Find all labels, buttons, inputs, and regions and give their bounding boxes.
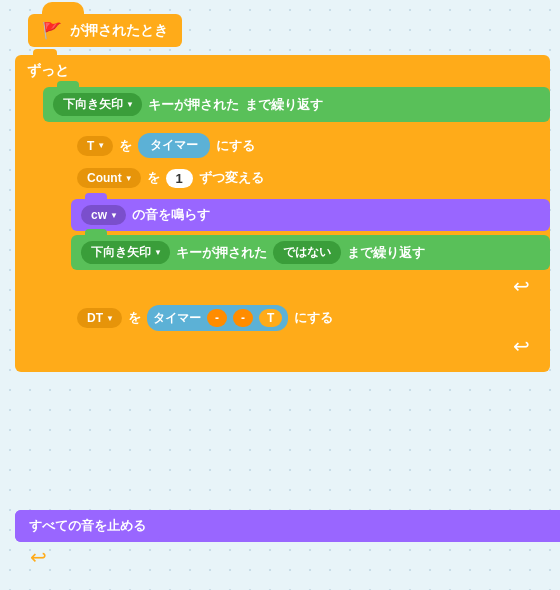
minus-op: - — [233, 309, 253, 327]
not-label: ではない — [273, 241, 341, 264]
hat-label: が押されたとき — [70, 22, 168, 40]
forever-container: ずっと 下向き矢印 ▼ キーが押された まで繰り返す T ▼ を — [15, 55, 550, 372]
stop-sounds-label-final: すべての音を止める — [29, 517, 146, 535]
stop-sounds-block-final: すべての音を止める — [15, 510, 160, 542]
forever-label: ずっと — [15, 55, 550, 87]
t-value: T — [259, 309, 282, 327]
condition-label-1: キーが押された — [148, 96, 239, 114]
sound-dropdown[interactable]: cw ▼ — [81, 205, 126, 225]
dt-var-dropdown[interactable]: DT ▼ — [77, 308, 122, 328]
timer-var-dropdown[interactable]: T ▼ — [77, 136, 113, 156]
loop-arrow-2: ↩ — [15, 334, 550, 358]
count-value-pill: 1 — [166, 169, 193, 188]
repeat-until-block-1: 下向き矢印 ▼ キーが押された まで繰り返す — [43, 87, 550, 122]
key-dropdown-1[interactable]: 下向き矢印 ▼ — [53, 93, 142, 116]
change-count-block: Count ▼ を 1 ずつ変える — [71, 165, 550, 191]
flag-icon: 🚩 — [42, 21, 62, 40]
loop-arrow-1: ↩ — [71, 274, 550, 298]
key-dropdown-2[interactable]: 下向き矢印 ▼ — [81, 241, 170, 264]
set-timer-block: T ▼ を タイマー にする — [71, 130, 550, 161]
count-var-dropdown[interactable]: Count ▼ — [77, 168, 141, 188]
condition-label-2: キーが押された — [176, 244, 267, 262]
until-label-1: まで繰り返す — [245, 96, 323, 114]
dt-timer-expr: タイマー - - T — [147, 305, 288, 331]
final-loop-arrow: ↩ — [30, 545, 47, 569]
repeat-until-block-2: 下向き矢印 ▼ キーが押された ではない まで繰り返す — [71, 235, 550, 270]
play-sound-block: cw ▼ の音を鳴らす — [71, 199, 550, 231]
hat-block: 🚩 が押されたとき — [28, 14, 182, 47]
set-dt-block: DT ▼ を タイマー - - T にする — [71, 302, 550, 334]
until-label-2: まで繰り返す — [347, 244, 425, 262]
timer-label: タイマー — [138, 133, 210, 158]
